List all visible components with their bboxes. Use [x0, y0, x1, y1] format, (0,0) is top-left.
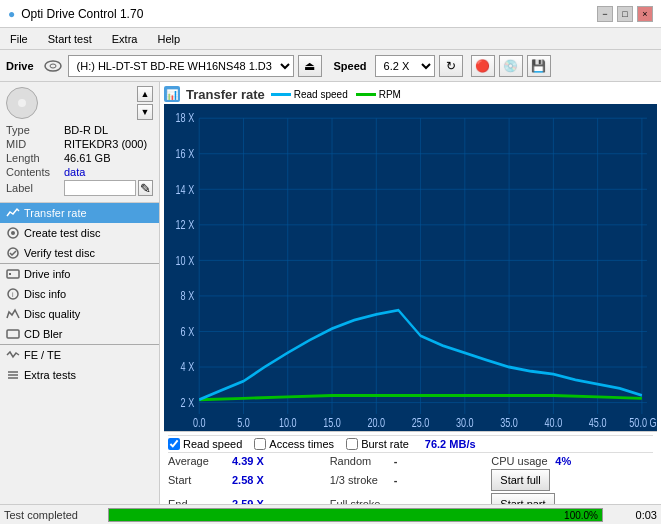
- checkbox-access-times-input[interactable]: [254, 438, 266, 450]
- svg-text:14 X: 14 X: [176, 182, 195, 196]
- speed-label: Speed: [334, 60, 367, 72]
- nav-item-verify-test-disc[interactable]: Verify test disc: [0, 243, 159, 263]
- stats-average: Average 4.39 X: [168, 455, 330, 467]
- eject-button[interactable]: ⏏: [298, 55, 322, 77]
- svg-text:15.0: 15.0: [323, 415, 341, 429]
- nav-label-cd-bler: CD Bler: [24, 328, 63, 340]
- svg-text:20.0: 20.0: [367, 415, 385, 429]
- legend-read-speed-label: Read speed: [294, 89, 348, 100]
- nav-item-cd-bler[interactable]: CD Bler: [0, 324, 159, 344]
- checkbox-read-speed: Read speed: [168, 438, 242, 450]
- burn-button[interactable]: 🔴: [471, 55, 495, 77]
- label-row: Label ✎: [6, 180, 153, 196]
- checkbox-read-speed-label: Read speed: [183, 438, 242, 450]
- disc-prev-button[interactable]: ▲: [137, 86, 153, 102]
- contents-label: Contents: [6, 166, 64, 178]
- nav-item-fe-te[interactable]: FE / TE: [0, 345, 159, 365]
- nav-item-disc-quality[interactable]: Disc quality: [0, 304, 159, 324]
- speed-selector[interactable]: 6.2 X: [375, 55, 435, 77]
- svg-text:i: i: [12, 291, 14, 298]
- menu-bar: File Start test Extra Help: [0, 28, 661, 50]
- svg-rect-5: [7, 270, 19, 278]
- nav-item-create-test-disc[interactable]: Create test disc: [0, 223, 159, 243]
- cpu-usage-value: 4%: [555, 455, 605, 467]
- svg-text:10 X: 10 X: [176, 253, 195, 267]
- label-input[interactable]: [64, 180, 136, 196]
- menu-file[interactable]: File: [4, 32, 34, 46]
- svg-rect-6: [9, 273, 11, 275]
- drive-info-icon: [6, 267, 20, 281]
- chart-area: 18 X 16 X 14 X 12 X 10 X 8 X 6 X 4 X 2 X…: [164, 104, 657, 431]
- menu-extra[interactable]: Extra: [106, 32, 144, 46]
- label-edit-button[interactable]: ✎: [138, 180, 153, 196]
- checkbox-burst-rate: Burst rate: [346, 438, 409, 450]
- svg-text:10.0: 10.0: [279, 415, 297, 429]
- svg-text:4 X: 4 X: [181, 360, 195, 374]
- bottom-bar: Test completed 100.0% 0:03: [0, 504, 661, 524]
- progress-text: 100.0%: [564, 509, 598, 523]
- cd-bler-icon: [6, 327, 20, 341]
- type-label: Type: [6, 124, 64, 136]
- mid-row: MID RITEKDR3 (000): [6, 138, 153, 150]
- nav-items: Transfer rate Create test disc Verify te…: [0, 203, 159, 504]
- drive-selector[interactable]: (H:) HL-DT-ST BD-RE WH16NS48 1.D3: [68, 55, 294, 77]
- stats-random: Random -: [330, 455, 492, 467]
- svg-text:6 X: 6 X: [181, 324, 195, 338]
- status-text: Test completed: [4, 509, 104, 521]
- disc-next-button[interactable]: ▼: [137, 104, 153, 120]
- type-row: Type BD-R DL: [6, 124, 153, 136]
- nav-item-transfer-rate[interactable]: Transfer rate: [0, 203, 159, 223]
- chart-legend: Read speed RPM: [271, 89, 401, 100]
- nav-item-disc-info[interactable]: i Disc info: [0, 284, 159, 304]
- chart-icon: [164, 86, 180, 102]
- nav-item-extra-tests[interactable]: Extra tests: [0, 365, 159, 385]
- checkbox-burst-rate-input[interactable]: [346, 438, 358, 450]
- label-label: Label: [6, 182, 64, 194]
- contents-value[interactable]: data: [64, 166, 85, 178]
- type-value: BD-R DL: [64, 124, 108, 136]
- nav-label-disc-quality: Disc quality: [24, 308, 80, 320]
- menu-start-test[interactable]: Start test: [42, 32, 98, 46]
- progress-fill: [109, 509, 602, 521]
- refresh-speed-button[interactable]: ↻: [439, 55, 463, 77]
- contents-row: Contents data: [6, 166, 153, 178]
- legend-rpm-label: RPM: [379, 89, 401, 100]
- svg-text:50.0 GB: 50.0 GB: [629, 415, 657, 429]
- maximize-button[interactable]: □: [617, 6, 633, 22]
- svg-text:25.0: 25.0: [412, 415, 430, 429]
- stats-row-1: Average 4.39 X Random - CPU usage 4%: [168, 455, 653, 467]
- disc-icon: [6, 87, 38, 119]
- nav-label-drive-info: Drive info: [24, 268, 70, 280]
- svg-text:8 X: 8 X: [181, 289, 195, 303]
- time-label: 0:03: [607, 509, 657, 521]
- nav-item-drive-info[interactable]: Drive info: [0, 264, 159, 284]
- svg-point-0: [45, 61, 61, 71]
- checkbox-read-speed-input[interactable]: [168, 438, 180, 450]
- one-third-stroke-label: 1/3 stroke: [330, 474, 390, 486]
- close-button[interactable]: ×: [637, 6, 653, 22]
- mid-label: MID: [6, 138, 64, 150]
- svg-text:12 X: 12 X: [176, 218, 195, 232]
- checkbox-access-times-label: Access times: [269, 438, 334, 450]
- disc-info-icon: i: [6, 287, 20, 301]
- title-bar: ● Opti Drive Control 1.70 − □ ×: [0, 0, 661, 28]
- svg-point-1: [50, 64, 56, 68]
- length-value: 46.61 GB: [64, 152, 110, 164]
- svg-point-3: [11, 231, 15, 235]
- transfer-rate-icon: [6, 206, 20, 220]
- stats-1-3-stroke: 1/3 stroke -: [330, 474, 492, 486]
- title-bar-left: ● Opti Drive Control 1.70: [8, 7, 143, 21]
- disc-button[interactable]: 💿: [499, 55, 523, 77]
- title-bar-controls: − □ ×: [597, 6, 653, 22]
- sidebar: ▲ ▼ Type BD-R DL MID RITEKDR3 (000) Leng…: [0, 82, 160, 524]
- stats-start: Start 2.58 X: [168, 474, 330, 486]
- menu-help[interactable]: Help: [151, 32, 186, 46]
- random-value: -: [394, 455, 444, 467]
- svg-text:40.0: 40.0: [545, 415, 563, 429]
- chart-svg: 18 X 16 X 14 X 12 X 10 X 8 X 6 X 4 X 2 X…: [164, 104, 657, 431]
- start-label: Start: [168, 474, 228, 486]
- start-full-button[interactable]: Start full: [491, 469, 549, 491]
- minimize-button[interactable]: −: [597, 6, 613, 22]
- checkbox-burst-rate-label: Burst rate: [361, 438, 409, 450]
- save-button[interactable]: 💾: [527, 55, 551, 77]
